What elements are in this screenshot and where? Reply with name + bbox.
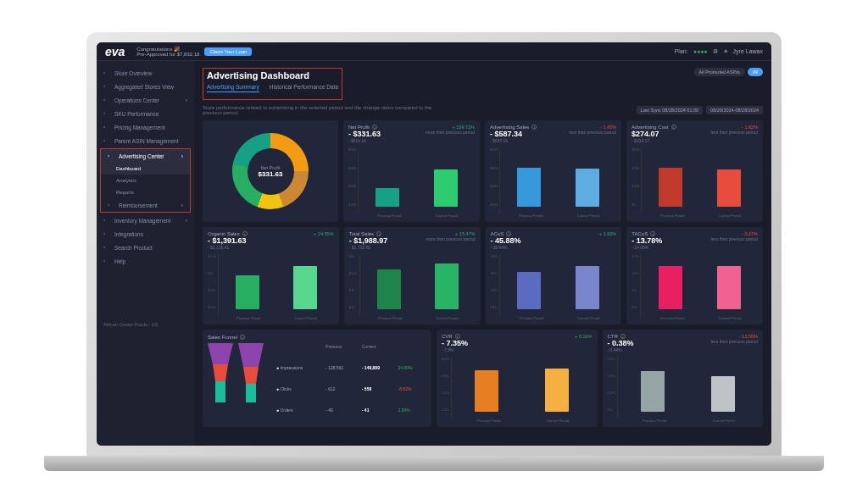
nav-icon: ▫ <box>103 124 110 130</box>
sidebar-item-inventory-management[interactable]: ▫Inventory Management› <box>97 214 194 227</box>
store-selector[interactable]: African Dream Foods - US <box>97 319 194 330</box>
metric-value: - $1,988.97 <box>349 236 388 245</box>
nav-icon: ▫ <box>103 244 110 251</box>
bar-current <box>434 169 458 207</box>
metric-change: + 1.92% <box>599 231 616 236</box>
donut-chart: Net Profit $331.63 <box>232 133 309 209</box>
bar-current <box>576 169 599 207</box>
metric-value: - $587.34 <box>490 130 537 138</box>
sidebar-item-dashboard[interactable]: Dashboard <box>101 163 190 175</box>
net-profit-donut-card: Net Profit $331.63 <box>203 120 338 222</box>
bar-previous <box>376 188 399 207</box>
acos-card: ACoS i- 45.88%- 39.94%+ 1.92%50%30%20%10… <box>486 227 622 324</box>
date-range-picker[interactable]: 08/20/2024-08/28/2024 <box>706 106 763 114</box>
svg-marker-2 <box>215 381 225 402</box>
svg-marker-1 <box>213 364 228 381</box>
nav-icon: ▫ <box>103 230 110 237</box>
info-icon[interactable]: i <box>671 125 676 130</box>
advertising-sales-card: Advertising Sales i- $587.34- $635.15- 1… <box>485 120 621 222</box>
last-sync: Last Sync 08/28/2024 01:00 <box>637 106 704 114</box>
sidebar-item-reports[interactable]: Reports <box>101 186 190 198</box>
bar-previous <box>377 269 401 309</box>
cvr-card: CVR i- 7.35%- 7.9%+ 0.16%8.0%6.0%4.0%2.0… <box>437 330 598 427</box>
chevron-right-icon: › <box>181 153 183 159</box>
nav-icon: ▫ <box>108 152 114 159</box>
metric-change: + 24.55% <box>314 231 333 236</box>
chevron-right-icon: › <box>181 202 183 208</box>
preapproved-text: Pre-Approved for $7,832.18 <box>136 52 199 57</box>
bar-previous <box>641 371 665 412</box>
funnel-previous <box>208 343 233 402</box>
plan-indicator-icon: ●●●● <box>693 48 708 54</box>
advertising-cost-card: Advertising Cost i$274.07- $333.17- 1.62… <box>626 120 763 222</box>
bar-current <box>293 266 317 309</box>
nav-icon: ▫ <box>103 97 110 103</box>
sidebar-item-pricing-management[interactable]: ▫Pricing Management <box>97 120 194 134</box>
page-description: Store performance related to advertising… <box>203 105 440 115</box>
metric-value: $274.07 <box>632 130 676 138</box>
funnel-table: PreviousCurrent● Impressions- 128,561- 1… <box>272 335 426 422</box>
sidebar-item-sku-performance[interactable]: ▫SKU Performance <box>97 107 194 120</box>
sidebar-item-advertising-center[interactable]: ▫Advertising Center› <box>101 149 190 163</box>
chevron-right-icon: › <box>186 218 187 224</box>
total-sales-card: Total Sales i- $1,988.97- $1,722.56+ 15.… <box>344 227 481 324</box>
page-title: Advertising Dashboard <box>207 70 338 80</box>
funnel-current <box>238 343 264 402</box>
sidebar-item-integrations[interactable]: ▫Integrations <box>97 227 194 241</box>
nav-icon: ▫ <box>103 110 110 117</box>
tab-historical-performance-data[interactable]: Historical Performance Data <box>270 84 338 92</box>
claim-loan-button[interactable]: Claim Your Loan <box>204 47 252 56</box>
sidebar-item-analytics[interactable]: Analytics <box>101 175 190 186</box>
bar-current <box>576 266 599 309</box>
metric-value: - 45.88% <box>491 236 521 245</box>
sidebar-item-reimbursement[interactable]: ▫Reimbursement› <box>101 198 190 212</box>
asin-pill[interactable]: All Promoted ASINs <box>694 68 745 76</box>
info-icon[interactable]: i <box>240 335 245 340</box>
tab-advertising-summary[interactable]: Advertising Summary <box>207 84 259 92</box>
bar-current <box>717 266 741 309</box>
metric-value: - 0.38% <box>608 339 634 347</box>
nav-icon: ▫ <box>103 217 110 224</box>
svg-marker-4 <box>243 367 259 384</box>
nav-icon: ▫ <box>103 137 110 144</box>
svg-marker-3 <box>238 343 264 367</box>
funnel-row: ● Orders- 40- 412.50% <box>274 401 425 420</box>
sidebar-item-store-overview[interactable]: ▫Store Overview <box>97 66 194 80</box>
bar-current <box>435 263 459 309</box>
user-name[interactable]: Jyre Lawax <box>733 48 763 54</box>
chevron-right-icon: › <box>186 97 187 103</box>
funnel-row: ● Impressions- 128,561- 149,89924.00% <box>274 358 425 377</box>
gear-icon[interactable]: ⚙ <box>713 48 718 55</box>
asin-pill[interactable]: All <box>748 68 763 76</box>
svg-marker-5 <box>246 384 256 402</box>
bar-previous <box>659 168 682 207</box>
organic-sales-card: Organic Sales i- $1,391.63- $1,116.41+ 2… <box>203 227 339 324</box>
metric-value: - 13.78% <box>632 236 662 245</box>
plan-label: Plan: <box>675 48 688 54</box>
bar-current <box>711 376 735 412</box>
sidebar-item-search-product[interactable]: ▫Search Product <box>97 241 194 254</box>
bar-previous <box>517 272 541 309</box>
sidebar-item-parent-asin-management[interactable]: ▫Parent ASIN Management <box>97 134 194 147</box>
ctr-card: CTR i- 0.38%- 0.44%- 13.55%less than pre… <box>603 330 764 427</box>
funnel-title: Sales Funnel <box>208 335 237 340</box>
metric-value: - $331.63 <box>348 130 381 138</box>
funnel-row: ● Clicks- 612- 558-8.82% <box>274 380 425 399</box>
bar-previous <box>659 266 682 309</box>
bar-current <box>545 369 569 412</box>
sun-icon[interactable]: ☀ <box>723 48 728 55</box>
nav-icon: ▫ <box>103 83 110 90</box>
main-content: Advertising Dashboard Advertising Summar… <box>194 61 771 446</box>
congrats-text: Congratulations 🎉 <box>136 46 199 52</box>
topbar: eva Congratulations 🎉 Pre-Approved for $… <box>97 42 771 61</box>
nav-icon: ▫ <box>103 258 110 264</box>
sidebar-item-aggregated-stores-view[interactable]: ▫Aggregated Stores View <box>97 80 194 93</box>
sidebar-item-operations-center[interactable]: ▫Operations Center› <box>97 93 194 107</box>
bar-current <box>717 169 741 207</box>
sidebar-item-help[interactable]: ▫Help <box>97 254 194 268</box>
sidebar: ▫Store Overview▫Aggregated Stores View▫O… <box>97 61 194 446</box>
net-profit-card: Net Profit i- $331.63- $516.16+ 159.72%m… <box>343 120 480 222</box>
metric-value: - $1,391.63 <box>208 236 248 245</box>
metric-value: - 7.35% <box>442 339 468 347</box>
bar-previous <box>236 275 259 309</box>
